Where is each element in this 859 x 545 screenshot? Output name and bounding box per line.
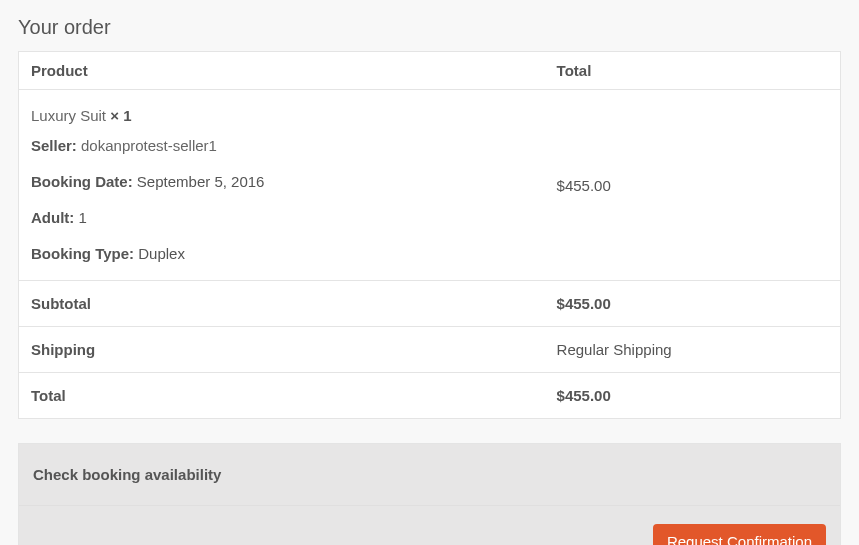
adult-line: Adult: 1: [31, 206, 533, 230]
order-table: Product Total Luxury Suit × 1 Seller: do…: [18, 51, 841, 419]
order-section: Your order Product Total Luxury Suit × 1…: [18, 16, 841, 545]
product-name-line: Luxury Suit × 1: [31, 104, 533, 128]
request-confirmation-button[interactable]: Request Confirmation: [653, 524, 826, 545]
table-row: Luxury Suit × 1 Seller: dokanprotest-sel…: [19, 90, 841, 281]
total-value: $455.00: [545, 373, 841, 419]
product-cell: Luxury Suit × 1 Seller: dokanprotest-sel…: [19, 90, 545, 281]
availability-box: Check booking availability Request Confi…: [18, 443, 841, 545]
table-row: Subtotal $455.00: [19, 281, 841, 327]
booking-type-value: Duplex: [134, 245, 185, 262]
seller-label: Seller:: [31, 137, 77, 154]
seller-line: Seller: dokanprotest-seller1: [31, 134, 533, 158]
subtotal-value: $455.00: [545, 281, 841, 327]
table-row: Shipping Regular Shipping: [19, 327, 841, 373]
booking-type-label: Booking Type:: [31, 245, 134, 262]
table-row: Total $455.00: [19, 373, 841, 419]
section-title: Your order: [18, 16, 841, 39]
header-product: Product: [19, 52, 545, 90]
product-name: Luxury Suit: [31, 107, 106, 124]
subtotal-label: Subtotal: [19, 281, 545, 327]
booking-type-line: Booking Type: Duplex: [31, 242, 533, 266]
availability-title: Check booking availability: [19, 444, 840, 506]
total-label: Total: [19, 373, 545, 419]
shipping-value: Regular Shipping: [545, 327, 841, 373]
product-line-total: $455.00: [545, 90, 841, 281]
adult-label: Adult:: [31, 209, 74, 226]
booking-date-value: September 5, 2016: [133, 173, 265, 190]
booking-date-label: Booking Date:: [31, 173, 133, 190]
booking-date-line: Booking Date: September 5, 2016: [31, 170, 533, 194]
product-qty: 1: [123, 107, 131, 124]
seller-value: dokanprotest-seller1: [77, 137, 217, 154]
product-qty-prefix: ×: [106, 107, 123, 124]
header-total: Total: [545, 52, 841, 90]
adult-value: 1: [74, 209, 87, 226]
shipping-label: Shipping: [19, 327, 545, 373]
availability-body: Request Confirmation: [19, 506, 840, 545]
